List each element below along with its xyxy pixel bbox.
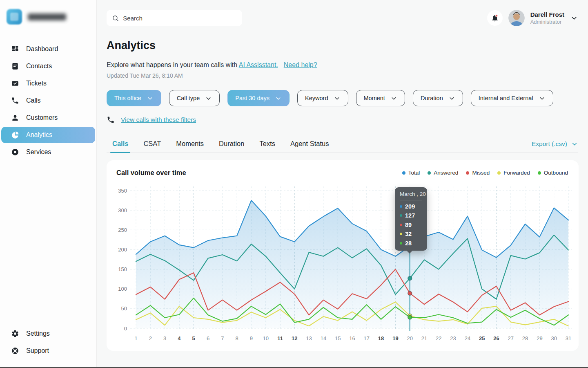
export-csv-button[interactable]: Export (.csv) [532, 140, 578, 153]
filter-this-office[interactable]: This office [107, 90, 161, 106]
export-label: Export (.csv) [532, 140, 567, 148]
svg-text:25: 25 [479, 335, 485, 341]
filter-moment[interactable]: Moment [356, 90, 405, 106]
user-area: Darell Frost Administrator [487, 10, 578, 26]
bell-icon [491, 14, 499, 22]
sidebar-item-services[interactable]: Services [0, 144, 96, 160]
tooltip-value: 89 [405, 222, 412, 228]
tab-moments[interactable]: Moments [176, 140, 204, 153]
legend-label: Outbound [544, 170, 568, 176]
customers-icon [11, 114, 19, 122]
avatar[interactable] [508, 10, 525, 26]
chart-legend: TotalAnsweredMissedForwardedOutbound [402, 170, 568, 176]
svg-text:29: 29 [537, 335, 542, 341]
sidebar-item-label: Analytics [26, 131, 52, 139]
tooltip-row-missed: 89 [400, 222, 422, 228]
tooltip-row-forwarded: 32 [400, 231, 422, 237]
need-help-link[interactable]: Need help? [284, 61, 317, 68]
svg-text:200: 200 [118, 247, 127, 253]
svg-text:50: 50 [121, 305, 127, 312]
filter-internal-and-external[interactable]: Internal and External [471, 90, 553, 106]
legend-item-missed: Missed [466, 170, 490, 176]
tickets-icon [11, 79, 19, 88]
tab-texts[interactable]: Texts [259, 140, 275, 153]
app-logo-icon [7, 9, 22, 25]
sidebar-item-dashboard[interactable]: Dashboard [0, 41, 96, 57]
legend-item-forwarded: Forwarded [497, 170, 530, 176]
filter-label: Keyword [305, 95, 328, 101]
view-calls-link[interactable]: View calls with these filters [121, 116, 196, 123]
sidebar-footer-nav: SettingsSupport [0, 325, 96, 368]
last-updated-text: Updated Tue Mar 26, 8:10 AM [107, 72, 578, 79]
svg-text:9: 9 [250, 335, 253, 341]
tab-csat[interactable]: CSAT [143, 140, 161, 153]
legend-label: Answered [434, 170, 458, 176]
svg-text:11: 11 [277, 335, 283, 341]
search-input[interactable] [123, 15, 237, 22]
tab-calls[interactable]: Calls [112, 140, 128, 153]
tooltip-value: 127 [405, 212, 415, 219]
user-name: Darell Frost [530, 11, 564, 19]
sidebar-item-analytics[interactable]: Analytics [1, 127, 95, 143]
svg-text:21: 21 [421, 335, 427, 341]
tooltip-dot [400, 214, 402, 217]
legend-dot [428, 171, 431, 175]
chevron-down-icon [147, 95, 154, 102]
svg-text:3: 3 [163, 335, 166, 341]
services-icon [11, 148, 19, 156]
filter-label: Moment [364, 95, 385, 101]
notifications-button[interactable] [487, 10, 503, 26]
search-icon [112, 14, 119, 22]
filter-label: This office [114, 95, 141, 101]
chevron-down-icon [448, 95, 455, 102]
legend-item-answered: Answered [428, 170, 458, 176]
svg-text:27: 27 [508, 335, 514, 341]
svg-text:28: 28 [522, 335, 528, 341]
sidebar-item-tickets[interactable]: Tickets [0, 75, 96, 92]
svg-text:26: 26 [493, 335, 499, 341]
chart-tooltip: March , 20 209127893228 [395, 187, 427, 251]
sidebar-item-calls[interactable]: Calls [0, 92, 96, 109]
page-title: Analytics [107, 39, 578, 52]
filter-past-30-days[interactable]: Past 30 days [227, 90, 290, 106]
user-role: Administrator [530, 19, 564, 25]
filter-duration[interactable]: Duration [413, 90, 463, 106]
tooltip-row-outbound: 28 [400, 240, 422, 247]
svg-text:16: 16 [349, 335, 355, 341]
sidebar-item-label: Services [26, 148, 51, 156]
tooltip-values: 209127893228 [400, 203, 422, 247]
filter-call-type[interactable]: Call type [169, 90, 220, 106]
contacts-icon [11, 62, 19, 70]
search-bar[interactable] [107, 10, 242, 26]
svg-text:18: 18 [378, 335, 384, 341]
svg-text:17: 17 [364, 335, 370, 341]
sidebar-item-label: Contacts [26, 63, 52, 70]
svg-text:0: 0 [124, 325, 127, 332]
app-logo-text-redacted [28, 13, 66, 20]
avatar-image [508, 10, 525, 26]
sidebar-item-settings[interactable]: Settings [0, 325, 96, 342]
ai-assistant-link[interactable]: AI Assisstant. [239, 61, 278, 68]
filter-keyword[interactable]: Keyword [297, 90, 348, 106]
chart-title: Call volume over time [116, 169, 186, 177]
user-menu-chevron-down-icon[interactable] [570, 14, 578, 22]
tab-duration[interactable]: Duration [219, 140, 244, 153]
sidebar-item-support[interactable]: Support [0, 343, 96, 359]
svg-text:5: 5 [192, 335, 195, 341]
tooltip-value: 209 [405, 203, 415, 210]
svg-text:8: 8 [235, 335, 238, 341]
chevron-down-icon [390, 95, 397, 102]
tooltip-dot [400, 233, 402, 235]
view-calls-row: View calls with these filters [107, 116, 578, 124]
page-subtitle: Explore what happens in your team calls … [107, 61, 578, 69]
analytics-icon [11, 131, 19, 139]
svg-text:24: 24 [465, 335, 470, 341]
tab-agent-status[interactable]: Agent Status [290, 140, 329, 153]
svg-text:150: 150 [118, 266, 127, 272]
tooltip-dot [400, 205, 402, 208]
svg-text:30: 30 [551, 335, 557, 341]
sidebar-item-contacts[interactable]: Contacts [0, 58, 96, 74]
chevron-down-icon [539, 95, 546, 102]
sidebar-item-customers[interactable]: Customers [0, 110, 96, 126]
svg-text:13: 13 [306, 335, 312, 341]
